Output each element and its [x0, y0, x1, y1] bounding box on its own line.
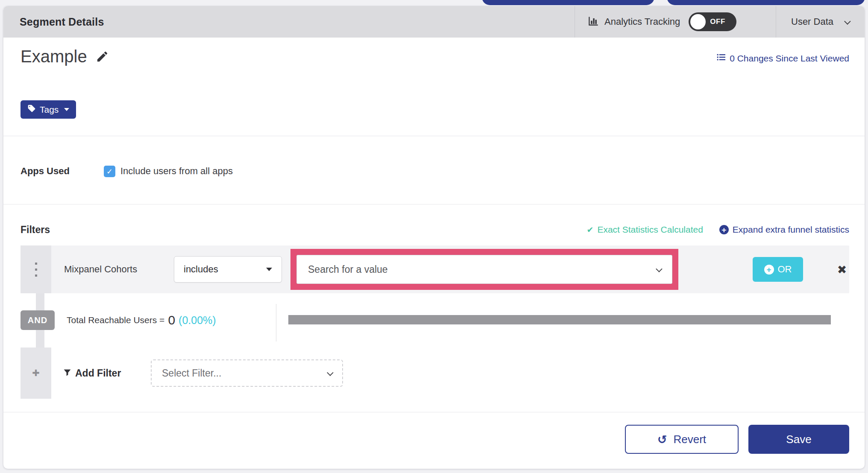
select-filter-dropdown[interactable]: Select Filter... — [151, 359, 343, 387]
analytics-tracking-toggle[interactable]: OFF — [689, 12, 736, 31]
vertical-divider — [276, 304, 276, 342]
plus-circle-icon: + — [764, 265, 774, 274]
total-reachable-percent: (0.00%) — [179, 314, 216, 327]
remove-filter-button[interactable]: ✖ — [827, 245, 857, 293]
filters-heading: Filters — [21, 224, 50, 236]
save-button-label: Save — [786, 433, 811, 446]
apps-used-row: Apps Used ✓ Include users from all apps — [21, 164, 233, 178]
page-title: Segment Details — [20, 6, 104, 38]
add-filter-row: ✚ Add Filter Select Filter... — [21, 347, 849, 399]
filter-row: Mixpanel Cohorts includes Search for a v… — [21, 245, 849, 293]
add-filter-label: Add Filter — [75, 368, 121, 379]
value-placeholder: Search for a value — [308, 264, 388, 275]
checkmark-icon: ✓ — [106, 167, 113, 176]
select-filter-placeholder: Select Filter... — [162, 368, 221, 379]
save-button[interactable]: Save — [748, 425, 849, 454]
top-cutoff-button-right[interactable] — [667, 0, 865, 5]
expand-funnel-label: Expand extra funnel statistics — [733, 225, 849, 235]
segment-name: Example — [21, 47, 87, 66]
include-all-apps-label: Include users from all apps — [120, 166, 233, 177]
plus-icon: ✚ — [32, 368, 40, 378]
changes-link-label: 0 Changes Since Last Viewed — [730, 53, 849, 64]
drag-dot — [35, 263, 37, 265]
tags-button[interactable]: Tags — [21, 100, 76, 119]
user-data-label: User Data — [791, 16, 833, 27]
drag-dot — [35, 269, 37, 271]
tags-button-label: Tags — [40, 105, 59, 115]
highlight-outline: Search for a value — [290, 249, 678, 290]
segment-details-card: Segment Details Analytics Tracking OFF U… — [3, 6, 865, 469]
section-divider — [3, 204, 865, 204]
drag-dot — [35, 274, 37, 277]
check-icon: ✔ — [586, 225, 593, 234]
chevron-down-icon — [327, 369, 334, 376]
total-reachable-label: Total Reachable Users = — [67, 315, 164, 325]
operator-value: includes — [184, 264, 218, 275]
operator-select[interactable]: includes — [174, 256, 282, 283]
exact-statistics-status: ✔ Exact Statistics Calculated — [586, 225, 703, 235]
caret-down-icon — [64, 108, 69, 111]
include-all-apps-checkbox[interactable]: ✓ — [104, 166, 115, 177]
header-divider — [776, 6, 776, 38]
tag-icon — [27, 104, 36, 115]
revert-button[interactable]: ↺ Revert — [625, 425, 739, 454]
pencil-icon — [96, 50, 109, 63]
chevron-down-icon — [844, 18, 851, 25]
drag-handle[interactable] — [21, 245, 51, 293]
header-divider — [575, 6, 575, 38]
filters-status-links: ✔ Exact Statistics Calculated + Expand e… — [586, 225, 849, 235]
caret-down-icon — [266, 268, 272, 271]
toggle-knob — [690, 14, 706, 29]
revert-arrow-icon: ↺ — [657, 433, 667, 446]
total-reachable-value: 0 — [168, 313, 175, 327]
segment-title-row: Example — [21, 47, 109, 66]
plus-circle-icon: + — [719, 225, 729, 234]
value-search-select[interactable]: Search for a value — [296, 255, 672, 284]
close-icon: ✖ — [837, 263, 847, 276]
chevron-down-icon — [656, 266, 663, 272]
card-header: Segment Details Analytics Tracking OFF U… — [3, 6, 865, 38]
toggle-state-label: OFF — [710, 12, 725, 31]
expand-funnel-statistics-link[interactable]: + Expand extra funnel statistics — [719, 225, 849, 235]
or-button-label: OR — [778, 264, 792, 275]
reachable-users-bar — [288, 315, 831, 324]
revert-button-label: Revert — [674, 433, 707, 446]
add-filter-label-group: Add Filter — [63, 347, 121, 399]
footer-divider — [3, 412, 865, 412]
bar-chart-icon — [588, 15, 599, 29]
user-data-dropdown[interactable]: User Data — [791, 6, 849, 38]
changes-since-last-viewed-link[interactable]: 0 Changes Since Last Viewed — [716, 53, 849, 64]
filter-field-label: Mixpanel Cohorts — [64, 245, 137, 293]
top-cutoff-button-left[interactable] — [482, 0, 654, 5]
add-or-condition-button[interactable]: + OR — [753, 257, 803, 282]
apps-used-label: Apps Used — [21, 166, 104, 177]
exact-statistics-label: Exact Statistics Calculated — [597, 225, 703, 235]
change-list-icon — [716, 53, 726, 64]
add-filter-plus-handle[interactable]: ✚ — [21, 347, 51, 399]
and-conjunction-badge: AND — [21, 310, 55, 330]
section-divider — [3, 136, 865, 136]
funnel-icon — [63, 368, 71, 379]
total-reachable-line: Total Reachable Users = 0 (0.00%) — [67, 310, 216, 330]
analytics-tracking-label: Analytics Tracking — [604, 16, 680, 27]
edit-name-button[interactable] — [96, 50, 109, 64]
analytics-tracking-group: Analytics Tracking OFF — [588, 6, 736, 38]
